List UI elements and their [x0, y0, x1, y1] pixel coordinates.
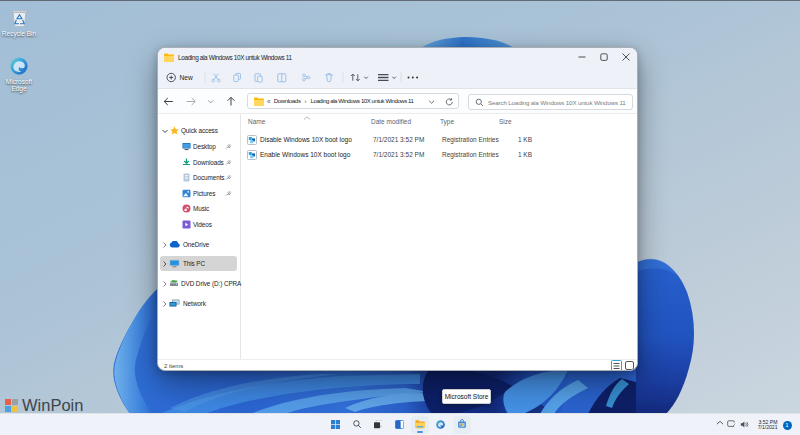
svg-text:New: New	[180, 74, 193, 81]
